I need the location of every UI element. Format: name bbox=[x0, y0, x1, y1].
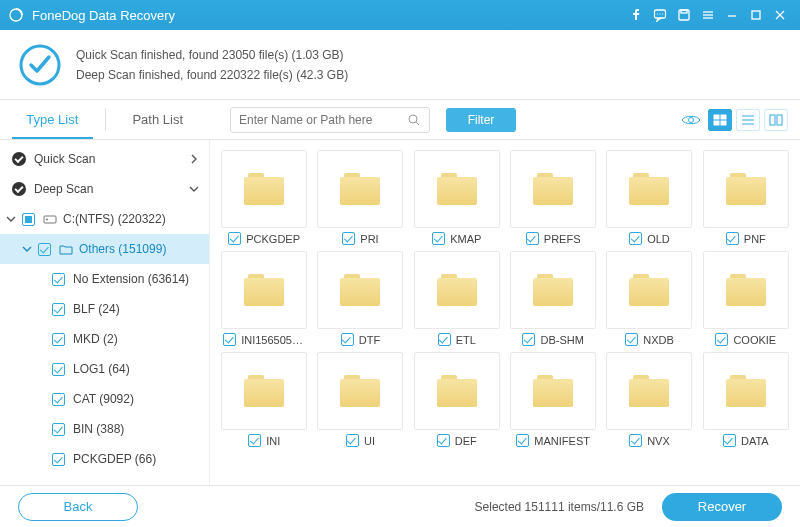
close-icon[interactable] bbox=[768, 3, 792, 27]
checkbox-icon[interactable] bbox=[629, 232, 642, 245]
folder-thumb[interactable] bbox=[414, 150, 500, 228]
save-icon[interactable] bbox=[672, 3, 696, 27]
checkbox-icon[interactable] bbox=[52, 303, 65, 316]
checkbox-icon[interactable] bbox=[52, 423, 65, 436]
grid-item[interactable]: ETL bbox=[411, 251, 503, 346]
folder-icon bbox=[437, 173, 477, 205]
checkbox-icon[interactable] bbox=[38, 243, 51, 256]
sidebar-item[interactable]: LOG1 (64) bbox=[0, 354, 209, 384]
sidebar-quick-scan[interactable]: Quick Scan bbox=[0, 144, 209, 174]
search-input[interactable] bbox=[239, 113, 407, 127]
grid-item[interactable]: DTF bbox=[314, 251, 406, 346]
tab-path-list[interactable]: Path List bbox=[106, 100, 211, 139]
folder-thumb[interactable] bbox=[703, 352, 789, 430]
back-button[interactable]: Back bbox=[18, 493, 138, 521]
checkbox-icon[interactable] bbox=[726, 232, 739, 245]
grid-item[interactable]: KMAP bbox=[411, 150, 503, 245]
filter-button[interactable]: Filter bbox=[446, 108, 516, 132]
folder-thumb[interactable] bbox=[606, 352, 692, 430]
grid-item[interactable]: DB-SHM bbox=[507, 251, 599, 346]
grid-item-label: INI1565052569 bbox=[241, 334, 305, 346]
toolbar: Type List Path List Filter bbox=[0, 100, 800, 140]
folder-thumb[interactable] bbox=[606, 251, 692, 329]
facebook-icon[interactable] bbox=[624, 3, 648, 27]
grid-item[interactable]: PRI bbox=[314, 150, 406, 245]
folder-thumb[interactable] bbox=[221, 150, 307, 228]
sidebar-item-label: CAT (9092) bbox=[73, 392, 134, 406]
folder-thumb[interactable] bbox=[510, 251, 596, 329]
checkbox-icon[interactable] bbox=[342, 232, 355, 245]
checkbox-icon[interactable] bbox=[52, 453, 65, 466]
checkbox-icon[interactable] bbox=[52, 333, 65, 346]
folder-thumb[interactable] bbox=[317, 251, 403, 329]
maximize-icon[interactable] bbox=[744, 3, 768, 27]
sidebar-item[interactable]: MKD (2) bbox=[0, 324, 209, 354]
checkbox-icon[interactable] bbox=[341, 333, 354, 346]
grid-item-label: NVX bbox=[647, 435, 670, 447]
grid-item[interactable]: MANIFEST bbox=[507, 352, 599, 447]
folder-thumb[interactable] bbox=[414, 251, 500, 329]
folder-thumb[interactable] bbox=[317, 352, 403, 430]
search-input-wrap[interactable] bbox=[230, 107, 430, 133]
grid-item[interactable]: NXDB bbox=[603, 251, 695, 346]
tab-type-list[interactable]: Type List bbox=[0, 100, 105, 139]
grid-item-label: DB-SHM bbox=[540, 334, 583, 346]
grid-item[interactable]: OLD bbox=[603, 150, 695, 245]
checkbox-icon[interactable] bbox=[248, 434, 261, 447]
grid-item[interactable]: DATA bbox=[700, 352, 792, 447]
minimize-icon[interactable] bbox=[720, 3, 744, 27]
sidebar-item[interactable]: CAT (9092) bbox=[0, 384, 209, 414]
folder-thumb[interactable] bbox=[414, 352, 500, 430]
checkbox-icon[interactable] bbox=[526, 232, 539, 245]
checkbox-icon[interactable] bbox=[625, 333, 638, 346]
sidebar-item[interactable]: BLF (24) bbox=[0, 294, 209, 324]
grid-item[interactable]: DEF bbox=[411, 352, 503, 447]
checkbox-icon[interactable] bbox=[22, 213, 35, 226]
grid-item[interactable]: INI bbox=[218, 352, 310, 447]
sidebar-item[interactable]: No Extension (63614) bbox=[0, 264, 209, 294]
grid-item[interactable]: INI1565052569 bbox=[218, 251, 310, 346]
folder-thumb[interactable] bbox=[510, 352, 596, 430]
checkbox-icon[interactable] bbox=[52, 393, 65, 406]
grid-item[interactable]: PNF bbox=[700, 150, 792, 245]
grid-item[interactable]: PCKGDEP bbox=[218, 150, 310, 245]
menu-icon[interactable] bbox=[696, 3, 720, 27]
folder-thumb[interactable] bbox=[703, 251, 789, 329]
grid-item[interactable]: PREFS bbox=[507, 150, 599, 245]
grid-item[interactable]: NVX bbox=[603, 352, 695, 447]
checkbox-icon[interactable] bbox=[723, 434, 736, 447]
sidebar-drive[interactable]: C:(NTFS) (220322) bbox=[0, 204, 209, 234]
checkbox-icon[interactable] bbox=[629, 434, 642, 447]
feedback-icon[interactable] bbox=[648, 3, 672, 27]
checkbox-icon[interactable] bbox=[715, 333, 728, 346]
sidebar-item-label: PCKGDEP (66) bbox=[73, 452, 156, 466]
sidebar-deep-scan[interactable]: Deep Scan bbox=[0, 174, 209, 204]
checkbox-icon[interactable] bbox=[223, 333, 236, 346]
folder-thumb[interactable] bbox=[606, 150, 692, 228]
view-list-icon[interactable] bbox=[736, 109, 760, 131]
checkbox-icon[interactable] bbox=[437, 434, 450, 447]
sidebar-item[interactable]: PCKGDEP (66) bbox=[0, 444, 209, 474]
sidebar-item-others[interactable]: Others (151099) bbox=[0, 234, 209, 264]
checkbox-icon[interactable] bbox=[52, 273, 65, 286]
checkbox-icon[interactable] bbox=[522, 333, 535, 346]
recover-button[interactable]: Recover bbox=[662, 493, 782, 521]
folder-thumb[interactable] bbox=[703, 150, 789, 228]
checkbox-icon[interactable] bbox=[346, 434, 359, 447]
preview-toggle-icon[interactable] bbox=[678, 109, 704, 131]
view-grid-icon[interactable] bbox=[708, 109, 732, 131]
checkbox-icon[interactable] bbox=[52, 363, 65, 376]
checkbox-icon[interactable] bbox=[516, 434, 529, 447]
view-detail-icon[interactable] bbox=[764, 109, 788, 131]
folder-thumb[interactable] bbox=[221, 251, 307, 329]
grid-item[interactable]: UI bbox=[314, 352, 406, 447]
footer: Back Selected 151111 items/11.6 GB Recov… bbox=[0, 485, 800, 527]
sidebar-item[interactable]: BIN (388) bbox=[0, 414, 209, 444]
checkbox-icon[interactable] bbox=[228, 232, 241, 245]
folder-thumb[interactable] bbox=[317, 150, 403, 228]
checkbox-icon[interactable] bbox=[438, 333, 451, 346]
folder-thumb[interactable] bbox=[510, 150, 596, 228]
grid-item[interactable]: COOKIE bbox=[700, 251, 792, 346]
checkbox-icon[interactable] bbox=[432, 232, 445, 245]
folder-thumb[interactable] bbox=[221, 352, 307, 430]
